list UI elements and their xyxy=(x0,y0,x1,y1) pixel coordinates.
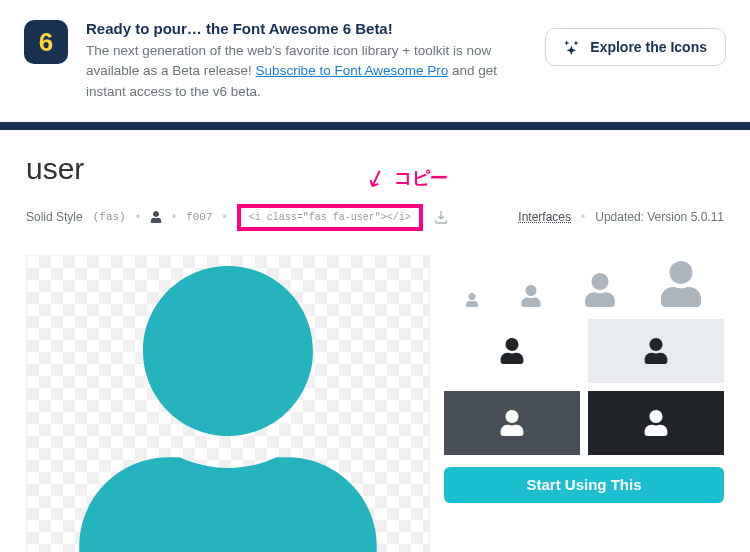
explore-icons-button[interactable]: Explore the Icons xyxy=(545,28,726,66)
style-label: Solid Style xyxy=(26,210,83,224)
subscribe-link[interactable]: Subscribe to Font Awesome Pro xyxy=(256,63,449,78)
start-using-button[interactable]: Start Using This xyxy=(444,467,724,503)
variant-light[interactable] xyxy=(588,319,724,383)
user-icon xyxy=(520,285,542,307)
separator-dot: • xyxy=(581,210,585,224)
main-content: user ↙ コピー Solid Style (fas) • • f007 • … xyxy=(0,130,750,552)
large-preview xyxy=(26,255,430,552)
copy-annotation: ↙ コピー xyxy=(366,164,448,192)
category-tag[interactable]: Interfaces xyxy=(518,210,571,224)
content-area: Start Using This xyxy=(26,255,724,552)
arrow-icon: ↙ xyxy=(362,161,390,194)
code-snippet-box[interactable]: <i class="fas fa-user"></i> xyxy=(237,204,423,231)
style-code: (fas) xyxy=(93,211,126,223)
user-icon xyxy=(500,338,524,364)
banner-title: Ready to pour… the Font Awesome 6 Beta! xyxy=(86,20,527,37)
size-md[interactable] xyxy=(583,273,617,307)
download-icon[interactable] xyxy=(433,209,449,225)
annotation-text: コピー xyxy=(394,166,448,190)
separator-dot: • xyxy=(172,210,176,224)
user-icon xyxy=(644,410,668,436)
banner-content: Ready to pour… the Font Awesome 6 Beta! … xyxy=(86,20,527,102)
fa6-logo-text: 6 xyxy=(39,27,53,58)
updated-label: Updated: Version 5.0.11 xyxy=(595,210,724,224)
beta-banner: 6 Ready to pour… the Font Awesome 6 Beta… xyxy=(0,0,750,130)
size-xs[interactable] xyxy=(465,293,479,307)
size-sm[interactable] xyxy=(520,285,542,307)
cta-label: Start Using This xyxy=(526,476,641,493)
separator-dot: • xyxy=(223,210,227,224)
meta-right: Interfaces • Updated: Version 5.0.11 xyxy=(518,210,724,224)
variant-black[interactable] xyxy=(588,391,724,455)
size-lg[interactable] xyxy=(658,261,704,307)
color-variant-grid xyxy=(444,319,724,455)
sparkle-icon xyxy=(564,39,580,55)
unicode-value: f007 xyxy=(186,211,212,223)
user-icon xyxy=(583,273,617,307)
explore-button-label: Explore the Icons xyxy=(590,39,707,55)
user-icon xyxy=(500,410,524,436)
user-icon xyxy=(644,338,668,364)
user-icon xyxy=(658,261,704,307)
user-glyph-icon xyxy=(150,211,162,223)
fa6-logo: 6 xyxy=(24,20,68,64)
separator-dot: • xyxy=(136,210,140,224)
icon-meta-row: ↙ コピー Solid Style (fas) • • f007 • <i cl… xyxy=(26,204,724,231)
size-preview-row xyxy=(444,255,724,311)
banner-description: The next generation of the web's favorit… xyxy=(86,41,527,102)
variant-dark[interactable] xyxy=(444,391,580,455)
user-icon xyxy=(465,293,479,307)
variant-white[interactable] xyxy=(444,319,580,383)
right-column: Start Using This xyxy=(444,255,724,552)
user-icon-large xyxy=(78,266,378,552)
